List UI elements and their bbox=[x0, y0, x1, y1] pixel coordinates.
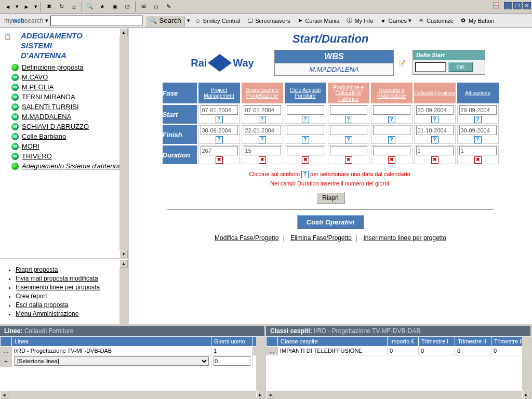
search-dropdown[interactable]: ▾ bbox=[187, 17, 190, 24]
phase-col-header[interactable]: Ciclo Acquisti Forniture bbox=[285, 83, 326, 103]
sidebar-item-label[interactable]: TERNI MIRANDA bbox=[22, 93, 75, 101]
phase-input[interactable] bbox=[201, 146, 238, 155]
toolbar-games[interactable]: ♥Games▾ bbox=[378, 17, 414, 24]
print-icon[interactable]: ⎙ bbox=[150, 1, 162, 12]
phase-input[interactable] bbox=[416, 105, 454, 115]
link-elimina[interactable]: Elimina Fase/Progetto bbox=[290, 234, 352, 242]
sidebar-item-label[interactable]: SALENTI TURRISI bbox=[22, 103, 79, 111]
toolbar-mybutton[interactable]: ✿My Button bbox=[458, 17, 497, 24]
calendar-icon[interactable]: ? bbox=[302, 136, 309, 143]
phase-input[interactable] bbox=[373, 105, 410, 115]
home-button[interactable]: ⌂ bbox=[68, 1, 79, 12]
phase-input[interactable] bbox=[459, 146, 497, 155]
edit-wbs-icon[interactable]: 📝 bbox=[397, 58, 407, 68]
search-icon[interactable]: 🔍 bbox=[84, 1, 96, 12]
calendar-icon[interactable]: ? bbox=[388, 136, 395, 143]
media-icon[interactable]: ▣ bbox=[109, 1, 121, 12]
action-link[interactable]: Esci dalla proposta bbox=[16, 301, 68, 309]
toolbar-myinfo[interactable]: ⓘMy Info bbox=[343, 17, 375, 24]
brand-dropdown[interactable]: ▾ bbox=[45, 17, 48, 24]
calendar-icon[interactable]: ? bbox=[388, 116, 395, 123]
stop-button[interactable]: ✖ bbox=[43, 1, 55, 12]
phase-col-header[interactable]: Produzione e Collaudo in Fabbrica bbox=[328, 83, 369, 103]
row-expand[interactable]: … bbox=[267, 347, 278, 355]
phase-col-header[interactable]: Project Management bbox=[198, 83, 240, 103]
clear-icon[interactable]: ✖ bbox=[302, 156, 309, 164]
maximize-button[interactable]: ❐ bbox=[513, 2, 522, 9]
calendar-icon[interactable]: ? bbox=[474, 136, 482, 143]
toolbar-cursor[interactable]: ➤Cursor Mania bbox=[294, 17, 341, 24]
sidebar-item[interactable]: WSALENTI TURRISI bbox=[2, 102, 126, 112]
phase-input[interactable] bbox=[330, 105, 367, 115]
sidebar-item-label[interactable]: SCHIAVI D ABRUZZO bbox=[22, 123, 89, 130]
scroll-up[interactable]: ▲ bbox=[119, 28, 128, 36]
row-add[interactable]: + bbox=[1, 355, 12, 367]
scroll-left[interactable]: ◄ bbox=[0, 391, 8, 399]
sidebar-item-label[interactable]: Definizione proposta bbox=[22, 63, 84, 71]
phase-input[interactable] bbox=[287, 105, 324, 115]
calendar-icon[interactable]: ? bbox=[345, 136, 352, 143]
edit-icon[interactable]: ✎ bbox=[163, 1, 174, 12]
giorni-input[interactable] bbox=[214, 356, 250, 366]
toolbar-customize[interactable]: ✳Customize bbox=[416, 17, 456, 24]
favorites-icon[interactable]: ★ bbox=[97, 1, 108, 12]
calendar-icon[interactable]: ? bbox=[431, 116, 438, 123]
delta-ok-button[interactable]: OK bbox=[448, 62, 473, 72]
sidebar-item[interactable]: WTRIVERO bbox=[2, 151, 126, 161]
calendar-icon[interactable]: ? bbox=[431, 136, 438, 143]
action-link[interactable]: Invia mail proposta modificata bbox=[16, 275, 98, 282]
refresh-button[interactable]: ↻ bbox=[56, 1, 67, 12]
sidebar-item[interactable]: WM.CAVO bbox=[2, 72, 126, 82]
link-inserimento[interactable]: Inserimento linee per progetto bbox=[363, 234, 446, 242]
phase-col-header[interactable]: Trasporto e Installazione bbox=[371, 83, 413, 103]
phase-input[interactable] bbox=[201, 105, 238, 115]
history-icon[interactable]: ◷ bbox=[122, 1, 133, 12]
action-link[interactable]: Menu Amministrazione bbox=[16, 310, 78, 317]
sidebar-item-label[interactable]: M.CAVO bbox=[22, 73, 48, 81]
forward-dropdown[interactable]: ▾ bbox=[33, 1, 38, 12]
phase-input[interactable] bbox=[330, 126, 367, 135]
phase-input[interactable] bbox=[373, 126, 410, 135]
forward-button[interactable]: ► bbox=[21, 1, 32, 12]
phase-input[interactable] bbox=[244, 146, 281, 155]
sidebar-item[interactable]: WColle Barbiano bbox=[2, 131, 126, 141]
riapri-button[interactable]: Riapri bbox=[316, 192, 344, 204]
clear-icon[interactable]: ✖ bbox=[216, 156, 223, 164]
sidebar-item[interactable]: WM.MADDALENA bbox=[2, 112, 126, 122]
phase-input[interactable] bbox=[244, 105, 281, 115]
clear-icon[interactable]: ✖ bbox=[474, 156, 482, 164]
calendar-icon[interactable]: ? bbox=[474, 116, 482, 123]
minimize-button[interactable]: _ bbox=[504, 2, 512, 9]
calendar-icon[interactable]: ? bbox=[302, 116, 309, 123]
sidebar-item[interactable]: WM.PEGLIA bbox=[2, 82, 126, 92]
vscroll[interactable] bbox=[256, 337, 264, 391]
scroll-up[interactable]: ▲ bbox=[119, 259, 128, 268]
phase-input[interactable] bbox=[373, 146, 410, 155]
phase-input[interactable] bbox=[416, 146, 454, 155]
scroll-right[interactable]: ► bbox=[522, 391, 530, 399]
calendar-icon[interactable]: ? bbox=[216, 136, 223, 143]
phase-input[interactable] bbox=[330, 146, 367, 155]
phase-input[interactable] bbox=[287, 146, 324, 155]
sidebar-item[interactable]: WTERNI MIRANDA bbox=[2, 92, 126, 102]
phase-input[interactable] bbox=[416, 126, 454, 135]
close-button[interactable]: ✕ bbox=[523, 2, 531, 9]
calendar-icon[interactable]: ? bbox=[345, 116, 352, 123]
phase-col-header[interactable]: Attivazione bbox=[457, 83, 499, 103]
clear-icon[interactable]: ✖ bbox=[345, 156, 352, 164]
row-expand[interactable]: … bbox=[1, 347, 12, 355]
action-link[interactable]: Inserimento linee per proposta bbox=[16, 284, 100, 291]
sidebar-item[interactable]: WMORI bbox=[2, 141, 126, 151]
scroll-left[interactable]: ◄ bbox=[266, 391, 274, 399]
phase-input[interactable] bbox=[287, 126, 324, 135]
search-button[interactable]: 🔍Search bbox=[145, 15, 184, 26]
calendar-icon[interactable]: ? bbox=[259, 116, 266, 123]
sidebar-item[interactable]: Definizione proposta bbox=[2, 62, 126, 72]
link-modifica[interactable]: Modifica Fase/Progetto bbox=[215, 234, 278, 242]
sidebar-item-label[interactable]: M.MADDALENA bbox=[22, 113, 71, 121]
phase-col-header[interactable]: Collaudi Forniture bbox=[414, 83, 456, 103]
linea-select[interactable]: [Seleziona linea] bbox=[14, 356, 209, 366]
toolbar-screensavers[interactable]: 🖵Screensavers bbox=[244, 17, 292, 24]
clear-icon[interactable]: ✖ bbox=[259, 156, 266, 164]
phase-col-header[interactable]: Sopralluoghi e Progettazione bbox=[242, 83, 283, 103]
